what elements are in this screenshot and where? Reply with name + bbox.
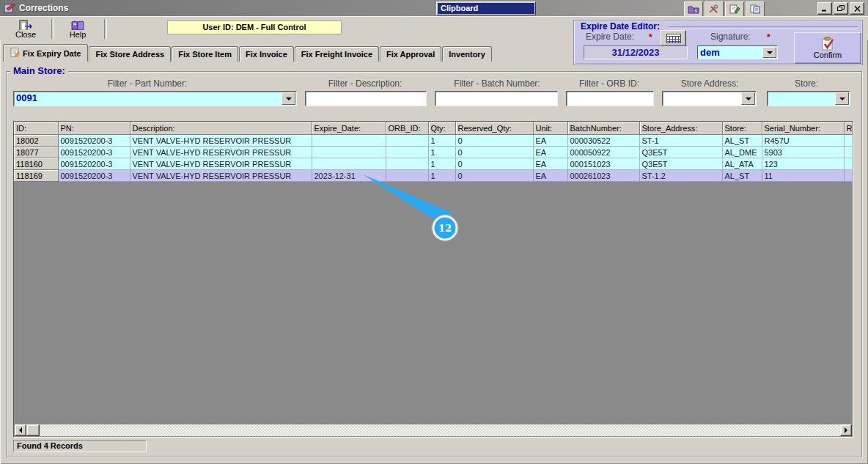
filter-input[interactable] (566, 91, 654, 106)
tab-fix-freight-invoice[interactable]: Fix Freight Invoice (295, 46, 379, 62)
cell[interactable]: VENT VALVE-HYD RESERVOIR PRESSUR (130, 158, 312, 170)
table-row[interactable]: 180770091520200-3VENT VALVE-HYD RESERVOI… (14, 147, 853, 158)
help-button[interactable]: Help (57, 18, 98, 40)
cell[interactable]: 1 (428, 170, 455, 182)
column-header[interactable]: Reserved_Qty: (455, 122, 533, 135)
folder-save-button[interactable] (684, 1, 703, 17)
cell[interactable]: EA (533, 135, 567, 147)
cell[interactable] (312, 158, 386, 170)
h-scrollbar[interactable] (15, 424, 852, 436)
cell[interactable]: 123 (762, 158, 844, 170)
tools-button[interactable] (705, 1, 724, 17)
cell[interactable]: VENT VALVE-HYD RESERVOIR PRESSUR (130, 170, 312, 182)
cell[interactable] (386, 170, 428, 182)
tab-fix-store-address[interactable]: Fix Store Address (89, 46, 171, 62)
minimize-button[interactable] (817, 2, 832, 15)
column-header[interactable]: Qty: (428, 122, 455, 135)
cell[interactable]: 0 (455, 135, 533, 147)
cell[interactable]: 000261023 (567, 170, 639, 182)
cell[interactable]: 000151023 (567, 158, 639, 170)
tab-fix-invoice[interactable]: Fix Invoice (239, 46, 294, 62)
cell[interactable]: 11 (762, 170, 844, 182)
dropdown-button[interactable] (282, 92, 295, 105)
row-header-cell[interactable]: 118160 (14, 158, 58, 170)
cell[interactable] (386, 135, 428, 147)
table-row[interactable]: 180020091520200-3VENT VALVE-HYD RESERVOI… (14, 135, 853, 147)
cell[interactable]: EA (533, 158, 567, 170)
filter-input[interactable] (435, 91, 558, 106)
cell[interactable]: 2023-12-31 (312, 170, 386, 182)
column-header[interactable]: ORB_ID: (386, 122, 428, 135)
tab-fix-approval[interactable]: Fix Approval (380, 46, 441, 62)
cell[interactable]: 000050922 (567, 147, 639, 158)
cell[interactable]: 0091520200-3 (58, 135, 130, 147)
dropdown-button[interactable] (741, 92, 755, 105)
cell[interactable]: EA (533, 170, 567, 182)
cell[interactable]: 0091520200-3 (58, 158, 130, 170)
filter-combo[interactable] (767, 91, 850, 106)
cell[interactable] (844, 170, 853, 182)
dropdown-button[interactable] (835, 92, 849, 105)
signature-combo[interactable]: dem (697, 45, 778, 59)
column-header[interactable]: Expire_Date: (312, 122, 386, 135)
cell[interactable]: EA (533, 147, 567, 158)
close-button[interactable]: Close (6, 18, 45, 40)
copy-document-button[interactable] (746, 1, 765, 17)
dropdown-button[interactable] (762, 47, 776, 58)
cell[interactable]: R457U (762, 135, 844, 147)
cell[interactable] (386, 158, 428, 170)
cell[interactable]: 1 (428, 147, 455, 158)
scroll-right-button[interactable] (840, 424, 852, 436)
column-header[interactable]: Unit: (533, 122, 567, 135)
row-header-cell[interactable]: 18002 (14, 135, 58, 147)
cell[interactable]: 1 (428, 158, 455, 170)
cell[interactable]: 0 (455, 147, 533, 158)
table-row[interactable]: 1181690091520200-3VENT VALVE-HYD RESERVO… (14, 170, 853, 182)
scroll-thumb[interactable] (26, 424, 40, 436)
column-header[interactable]: Re (844, 122, 853, 135)
cell[interactable] (844, 135, 853, 147)
column-header[interactable]: Store_Address: (639, 122, 722, 135)
cell[interactable]: VENT VALVE-HYD RESERVOIR PRESSUR (130, 147, 312, 158)
row-header-cell[interactable]: 118169 (14, 170, 58, 182)
cell[interactable] (312, 147, 386, 158)
cell[interactable]: AL_DME (722, 147, 762, 158)
cell[interactable]: VENT VALVE-HYD RESERVOIR PRESSUR (130, 135, 312, 147)
filter-input[interactable] (305, 91, 427, 106)
calendar-button[interactable] (661, 30, 686, 46)
clipboard-floating-toolbar[interactable]: Clipboard (436, 1, 536, 15)
expire-date-value[interactable]: 31/12/2023 (584, 45, 688, 59)
cell[interactable]: ST-1 (639, 135, 722, 147)
scroll-left-button[interactable] (15, 424, 26, 436)
cell[interactable]: 0091520200-3 (58, 170, 130, 182)
column-header[interactable]: Store: (722, 122, 762, 135)
column-header[interactable]: Serial_Number: (762, 122, 844, 135)
cell[interactable]: 0 (455, 158, 533, 170)
cell[interactable] (386, 147, 428, 158)
cell[interactable]: Q3E5T (639, 158, 722, 170)
column-header[interactable]: PN: (58, 122, 130, 135)
cell[interactable]: 5903 (762, 147, 844, 158)
cell[interactable]: AL_ST (722, 135, 762, 147)
cell[interactable]: Q3E5T (639, 147, 722, 158)
column-header[interactable]: BatchNumber: (567, 122, 639, 135)
cell[interactable]: 000030522 (567, 135, 639, 147)
close-window-button[interactable] (850, 2, 864, 15)
column-header[interactable]: Description: (130, 122, 312, 135)
cell[interactable]: 0091520200-3 (58, 147, 130, 158)
restore-button[interactable] (834, 2, 848, 15)
table-row[interactable]: 1181600091520200-3VENT VALVE-HYD RESERVO… (14, 158, 853, 170)
tab-fix-store-item[interactable]: Fix Store Item (172, 46, 238, 62)
cell[interactable]: 0 (455, 170, 533, 182)
tab-fix-expiry-date[interactable]: Fix Expiry Date (3, 44, 88, 62)
cell[interactable]: 1 (428, 135, 455, 147)
column-header[interactable]: ID: (14, 122, 58, 135)
filter-combo[interactable] (662, 91, 757, 106)
edit-document-button[interactable] (725, 1, 744, 17)
cell[interactable]: AL_ST (722, 170, 762, 182)
tab-inventory[interactable]: Inventory (442, 46, 492, 62)
cell[interactable]: AL_ATA (722, 158, 762, 170)
cell[interactable] (312, 135, 386, 147)
cell[interactable]: ST-1.2 (639, 170, 722, 182)
cell[interactable] (844, 147, 853, 158)
